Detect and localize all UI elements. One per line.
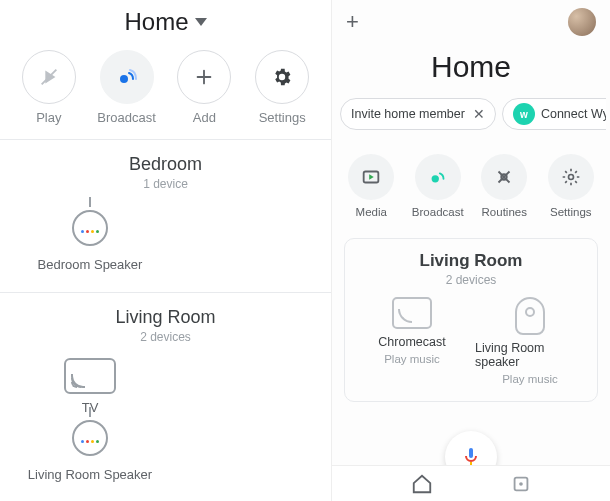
add-button[interactable]: + (346, 9, 359, 35)
broadcast-label: Broadcast (97, 110, 156, 125)
chip-label: Connect WyzeCa (541, 107, 606, 121)
room-living-room: Living Room 2 devices TV Living Room Spe… (0, 292, 331, 501)
speaker-mini-icon (67, 205, 113, 251)
left-screen: Home Play Broadcast Add (0, 0, 332, 501)
room-device-count: 2 devices (353, 273, 589, 287)
routines-action[interactable]: Routines (472, 154, 536, 218)
play-crossed-icon (22, 50, 76, 104)
nav-secondary[interactable] (510, 473, 532, 495)
bottom-nav (332, 465, 610, 501)
home-outline-icon (411, 473, 433, 495)
media-icon (348, 154, 394, 200)
close-icon[interactable]: ✕ (473, 106, 485, 122)
home-title: Home (124, 8, 188, 36)
media-label: Media (356, 206, 387, 218)
play-label: Play (36, 110, 61, 125)
device-bedroom-speaker[interactable]: Bedroom Speaker (10, 205, 170, 272)
settings-action[interactable]: Settings (247, 50, 317, 125)
home-title: Home (336, 50, 606, 84)
cast-tv-icon (64, 358, 116, 394)
device-lr-speaker[interactable]: Living Room speaker Play music (475, 297, 585, 385)
svg-point-8 (519, 482, 523, 486)
broadcast-action[interactable]: Broadcast (92, 50, 162, 125)
chip-label: Invite home member (351, 107, 465, 121)
media-action[interactable]: Media (339, 154, 403, 218)
home-selector[interactable]: Home (0, 0, 331, 50)
device-label: Living Room Speaker (28, 467, 152, 482)
broadcast-action[interactable]: Broadcast (406, 154, 470, 218)
add-action[interactable]: Add (169, 50, 239, 125)
quick-actions-row: Play Broadcast Add Settings (0, 50, 331, 139)
chip-connect-wyze[interactable]: w Connect WyzeCa (502, 98, 606, 130)
square-dot-icon (510, 473, 532, 495)
quick-actions-row: Media Broadcast Routines Settings (336, 154, 606, 218)
room-device-count: 2 devices (10, 330, 321, 344)
device-sublabel: Play music (384, 353, 440, 365)
svg-point-1 (120, 75, 128, 83)
device-lr-speaker[interactable]: Living Room Speaker (10, 415, 170, 482)
svg-point-5 (568, 175, 573, 180)
plus-icon (177, 50, 231, 104)
speaker-mini-icon (67, 415, 113, 461)
routines-label: Routines (482, 206, 527, 218)
settings-label: Settings (259, 110, 306, 125)
gear-icon (255, 50, 309, 104)
gear-icon (548, 154, 594, 200)
chromecast-icon (392, 297, 432, 329)
svg-point-3 (431, 175, 438, 182)
chevron-down-icon (195, 18, 207, 26)
room-device-count: 1 device (10, 177, 321, 191)
chip-invite-member[interactable]: Invite home member ✕ (340, 98, 496, 130)
routines-icon (481, 154, 527, 200)
room-name: Living Room (353, 251, 589, 271)
settings-label: Settings (550, 206, 592, 218)
room-card-living-room: Living Room 2 devices Chromecast Play mu… (344, 238, 598, 402)
wyze-badge-icon: w (513, 103, 535, 125)
device-label: Bedroom Speaker (38, 257, 143, 272)
avatar[interactable] (568, 8, 596, 36)
room-bedroom: Bedroom 1 device Bedroom Speaker (0, 139, 331, 292)
play-action[interactable]: Play (14, 50, 84, 125)
settings-action[interactable]: Settings (539, 154, 603, 218)
broadcast-icon (415, 154, 461, 200)
svg-rect-6 (469, 448, 473, 458)
google-home-icon (515, 297, 545, 335)
room-name: Bedroom (10, 154, 321, 175)
device-chromecast[interactable]: Chromecast Play music (357, 297, 467, 385)
right-screen: + Home Invite home member ✕ w Connect Wy… (332, 0, 610, 501)
suggestion-chips: Invite home member ✕ w Connect WyzeCa (336, 98, 606, 130)
device-label: Living Room speaker (475, 341, 585, 369)
device-label: Chromecast (378, 335, 445, 349)
nav-home[interactable] (411, 473, 433, 495)
device-sublabel: Play music (502, 373, 558, 385)
room-name: Living Room (10, 307, 321, 328)
broadcast-label: Broadcast (412, 206, 464, 218)
broadcast-icon (100, 50, 154, 104)
add-label: Add (193, 110, 216, 125)
